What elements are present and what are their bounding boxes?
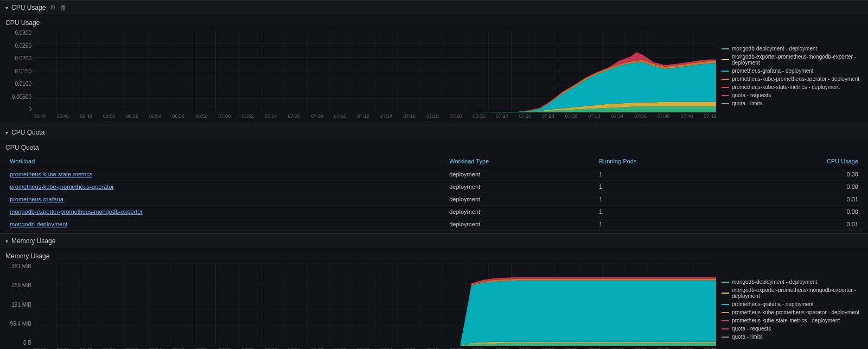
legend-color-prometheus-state-metrics <box>722 87 729 88</box>
legend-color-prometheus-operator <box>722 79 729 80</box>
mem-legend-item-quota-requests: quota - requests <box>722 326 863 332</box>
mem-legend-item-prometheus-state-metrics: prometheus-kube-state-metrics - deployme… <box>722 318 863 323</box>
cpu-usage-chart-title: CPU Usage <box>5 19 863 27</box>
mem-legend-item-mongodb-exporter: mongodb-exporter-prometheus-mongodb-expo… <box>722 287 863 299</box>
table-row: mongodb-deployment deployment 1 0.01 <box>5 218 863 231</box>
legend-color-quota-requests <box>722 95 729 96</box>
memory-usage-section-header[interactable]: ▾ Memory Usage <box>0 233 868 248</box>
workload-type-4: deployment <box>445 218 595 231</box>
workload-link-3[interactable]: mongodb-exporter-prometheus-mongodb-expo… <box>5 206 445 218</box>
workload-type-3: deployment <box>445 206 595 218</box>
memory-chart-container: 381 MiB 286 MiB 191 MiB 95.4 MiB 0 B <box>5 263 863 349</box>
mem-legend-color-quota-limits <box>722 337 729 338</box>
mem-legend-item-quota-limits: quota - limits <box>722 334 863 340</box>
legend-color-mongodb-exporter <box>722 59 729 60</box>
legend-item-prometheus-grafana: prometheus-grafana - deployment <box>722 68 863 74</box>
running-pods-0: 1 <box>595 168 738 181</box>
mem-legend-color-prometheus-operator <box>722 312 729 313</box>
cpu-usage-section-title: CPU Usage <box>11 4 46 11</box>
cpu-usage-chevron-icon: ▾ <box>5 5 8 11</box>
cpu-chart-legend: mongodb-deployment - deployment mongodb-… <box>716 30 863 122</box>
mem-legend-color-mongodb-deployment <box>722 282 729 283</box>
svg-marker-81 <box>437 281 716 346</box>
legend-item-quota-limits: quota - limits <box>722 100 863 106</box>
memory-chart-legend: mongodb-deployment - deployment mongodb-… <box>716 263 863 349</box>
cpu-usage-chart-container: 0.0300 0.0250 0.0200 0.0150 0.0100 0.005… <box>5 30 863 122</box>
cpu-quota-section-title: CPU Quota <box>11 129 44 136</box>
memory-usage-chevron-icon: ▾ <box>5 238 8 244</box>
table-row: prometheus-kube-state-metrics deployment… <box>5 168 863 181</box>
workload-link-1[interactable]: prometheus-kube-prometheus-operator <box>5 181 445 193</box>
memory-chart-y-axis: 381 MiB 286 MiB 191 MiB 95.4 MiB 0 B <box>5 263 34 349</box>
workload-type-2: deployment <box>445 193 595 206</box>
legend-item-mongodb-deployment: mongodb-deployment - deployment <box>722 46 863 52</box>
cpu-usage-val-4: 0.01 <box>738 218 863 231</box>
memory-usage-panel: Memory Usage 381 MiB 286 MiB 191 MiB 95.… <box>0 248 868 349</box>
running-pods-2: 1 <box>595 193 738 206</box>
cpu-usage-delete-icon[interactable]: 🗑 <box>60 4 67 11</box>
workload-link-4[interactable]: mongodb-deployment <box>5 218 445 231</box>
table-row: prometheus-kube-prometheus-operator depl… <box>5 181 863 193</box>
mem-legend-item-prometheus-operator: prometheus-kube-prometheus-operator - de… <box>722 309 863 315</box>
mem-legend-item-mongodb-deployment: mongodb-deployment - deployment <box>722 279 863 285</box>
cpu-quota-chevron-icon: ▾ <box>5 130 8 136</box>
legend-color-prometheus-grafana <box>722 71 729 72</box>
col-workload-type: Workload Type <box>445 155 595 168</box>
cpu-quota-table: Workload Workload Type Running Pods CPU … <box>5 155 863 231</box>
cpu-usage-val-2: 0.01 <box>738 193 863 206</box>
workload-type-0: deployment <box>445 168 595 181</box>
cpu-usage-panel: CPU Usage 0.0300 0.0250 0.0200 0.0150 0.… <box>0 15 868 125</box>
legend-item-prometheus-operator: prometheus-kube-prometheus-operator - de… <box>722 76 863 82</box>
legend-color-quota-limits <box>722 103 729 104</box>
memory-usage-section-title: Memory Usage <box>11 237 55 245</box>
col-workload: Workload <box>5 155 445 168</box>
mem-legend-color-quota-requests <box>722 328 729 329</box>
cpu-usage-settings-icon[interactable]: ⚙ <box>50 4 56 11</box>
workload-link-2[interactable]: prometheus-grafana <box>5 193 445 206</box>
cpu-usage-val-3: 0.00 <box>738 206 863 218</box>
memory-chart-x-labels: 06:44 06:46 06:48 06:50 06:52 06:54 06:5… <box>34 346 716 349</box>
workload-link-0[interactable]: prometheus-kube-state-metrics <box>5 168 445 181</box>
legend-item-prometheus-state-metrics: prometheus-kube-state-metrics - deployme… <box>722 84 863 90</box>
cpu-chart-y-axis: 0.0300 0.0250 0.0200 0.0150 0.0100 0.005… <box>5 30 34 122</box>
mem-legend-item-prometheus-grafana: prometheus-grafana - deployment <box>722 301 863 307</box>
cpu-usage-val-0: 0.00 <box>738 168 863 181</box>
mem-legend-color-mongodb-exporter <box>722 293 729 294</box>
col-running-pods: Running Pods <box>595 155 738 168</box>
memory-chart-title: Memory Usage <box>5 252 863 260</box>
legend-item-quota-requests: quota - requests <box>722 92 863 98</box>
table-row: prometheus-grafana deployment 1 0.01 <box>5 193 863 206</box>
cpu-chart-area: 06:44 06:46 06:48 06:50 06:52 06:54 06:5… <box>34 30 716 122</box>
workload-type-1: deployment <box>445 181 595 193</box>
cpu-chart-x-labels: 06:44 06:46 06:48 06:50 06:52 06:54 06:5… <box>34 112 716 122</box>
mem-legend-color-prometheus-grafana <box>722 304 729 305</box>
cpu-usage-section-header[interactable]: ▾ CPU Usage ⚙ 🗑 <box>0 0 868 15</box>
col-cpu-usage: CPU Usage <box>738 155 863 168</box>
mem-legend-color-prometheus-state-metrics <box>722 320 729 321</box>
cpu-quota-panel: CPU Quota Workload Workload Type Running… <box>0 139 868 233</box>
running-pods-1: 1 <box>595 181 738 193</box>
memory-chart-area: 06:44 06:46 06:48 06:50 06:52 06:54 06:5… <box>34 263 716 349</box>
legend-color-mongodb-deployment <box>722 48 729 49</box>
running-pods-4: 1 <box>595 218 738 231</box>
table-row: mongodb-exporter-prometheus-mongodb-expo… <box>5 206 863 218</box>
running-pods-3: 1 <box>595 206 738 218</box>
cpu-usage-val-1: 0.00 <box>738 181 863 193</box>
legend-item-mongodb-exporter: mongodb-exporter-prometheus-mongodb-expo… <box>722 54 863 66</box>
cpu-quota-panel-title: CPU Quota <box>5 144 863 151</box>
cpu-quota-section-header[interactable]: ▾ CPU Quota <box>0 125 868 139</box>
